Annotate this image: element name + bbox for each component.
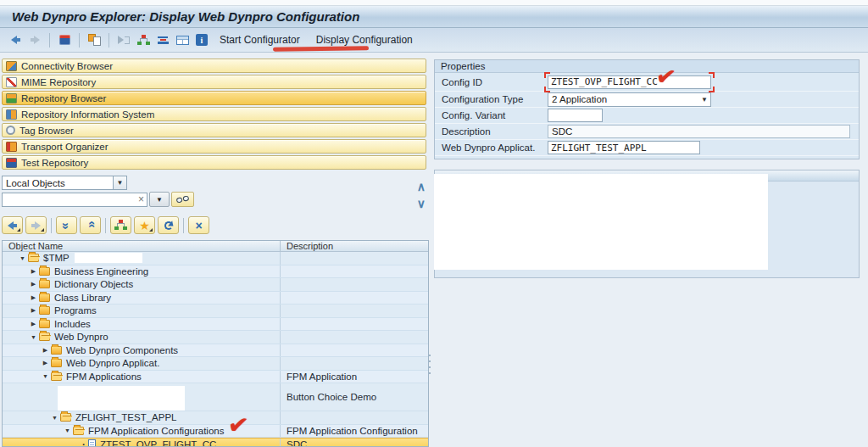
display-object-button[interactable] [171,192,194,207]
tree-row-description: FPM Application [281,371,428,383]
scroll-down-icon[interactable]: ∨ [417,199,426,209]
info-icon[interactable]: i [194,32,209,47]
tree-row-label: Web Dynpro [54,332,108,342]
start-configurator-button[interactable]: Start Configurator [214,32,306,47]
close-icon: × [195,219,202,232]
refresh-button[interactable] [158,216,179,234]
browser-button-connectivity[interactable]: Connectivity Browser [2,59,426,73]
redaction-box [434,174,768,270]
tree-row-selected[interactable]: · ZTEST_OVP_FLIGHT_CC SDC [3,438,428,447]
property-row: Configuration Type 2 Application ▼ [435,92,859,108]
favorites-button[interactable]: ★ [134,216,155,234]
tree-row-redacted[interactable]: Button Choice Demo [3,383,428,411]
tree-row-description [281,265,428,278]
display-levels-icon[interactable] [155,32,170,47]
toolbar-separator [79,33,80,47]
forward-icon[interactable] [27,32,42,47]
column-header-description[interactable]: Description [281,241,428,251]
tree-row[interactable]: ▼ $TMP [3,252,428,265]
expander-open-icon[interactable]: ▼ [63,427,72,433]
property-row: Config ID ✔ [435,73,859,92]
config-id-field[interactable] [548,75,711,89]
tree-back-button[interactable] [2,216,23,234]
web-dynpro-applicat-label: Web Dynpro Applicat. [442,142,548,153]
tree-row[interactable]: ▶ Dictionary Objects [3,278,428,292]
double-chevron-up-icon: » [83,222,97,227]
test-repository-icon [6,158,17,168]
expander-closed-icon[interactable]: ▶ [41,360,50,366]
tree-row[interactable]: ▶ Includes [3,318,428,332]
browser-button-test[interactable]: Test Repository [2,155,426,170]
redaction-box [58,386,185,411]
browser-button-repository[interactable]: Repository Browser [2,91,426,105]
star-icon: ★ [139,220,150,232]
folder-open-icon [73,427,84,435]
expander-closed-icon[interactable]: ▶ [29,321,38,327]
add-hierarchy-button[interactable] [110,216,131,234]
tree-row[interactable]: ▼ ZFLIGHT_TEST_APPL [3,411,428,425]
panel-splitter[interactable] [429,355,431,378]
description-label: Description [442,126,548,137]
expander-open-icon[interactable]: ▼ [41,373,50,379]
input-history-button[interactable]: ▼ [149,192,170,207]
tree-row-label: Programs [54,305,97,316]
web-dynpro-applicat-field[interactable] [548,141,700,154]
tree-row[interactable]: ▶ Class Library [3,292,428,305]
expander-open-icon[interactable]: ▼ [18,255,27,261]
description-field[interactable]: SDC [548,125,850,138]
browser-button-label: Repository Browser [21,93,106,103]
expander-closed-icon[interactable]: ▶ [29,281,38,288]
copy-icon[interactable] [86,32,102,47]
tree-row-label: Dictionary Objects [54,279,133,289]
close-tree-button[interactable]: × [188,216,209,234]
tree-row[interactable]: ▶ Programs [3,305,428,318]
tree-row-description [281,305,428,317]
column-header-object-name[interactable]: Object Name [3,241,281,251]
panel-scrollers: ∧ ∨ [417,182,426,209]
transport-organizer-icon [6,142,17,152]
tree-row[interactable]: ▼ FPM Applications FPM Application [3,371,428,384]
object-category-dropdown[interactable]: Local Objects ▼ [2,176,127,190]
tree-row-label: FPM Applications [66,372,142,382]
combo-arrow-icon[interactable]: ▼ [113,176,126,189]
hierarchy-icon[interactable] [136,32,151,47]
object-name-input[interactable] [3,193,147,206]
folder-open-icon [39,332,50,341]
browser-button-label: Test Repository [21,158,88,168]
expander-open-icon[interactable]: ▼ [50,415,59,421]
folder-icon [51,346,62,355]
config-id-label: Config ID [442,77,548,87]
expander-closed-icon[interactable]: ▶ [29,307,38,314]
other-object-icon[interactable] [57,32,72,47]
collapse-all-button[interactable]: » [80,216,101,234]
config-variant-field[interactable] [548,109,603,122]
tree-row-description [281,292,428,305]
property-row: Web Dynpro Applicat. [435,140,859,156]
expander-closed-icon[interactable]: ▶ [29,294,38,301]
expander-closed-icon[interactable]: ▶ [41,347,50,354]
configuration-type-label: Configuration Type [442,94,548,104]
expander-closed-icon[interactable]: ▶ [29,268,38,275]
tree-row[interactable]: ▼ FPM Application Configurations FPM App… [3,425,428,439]
properties-header: Properties [435,60,859,73]
expand-all-button[interactable]: » [56,216,77,234]
browser-button-tag[interactable]: Tag Browser [2,123,426,137]
tree-forward-button[interactable] [25,216,47,234]
tree-row-label: ZFLIGHT_TEST_APPL [75,412,177,422]
browser-button-transport[interactable]: Transport Organizer [2,139,426,154]
goto-object-icon[interactable] [116,32,131,47]
scroll-up-icon[interactable]: ∧ [417,182,426,192]
tree-row-description [281,411,428,424]
expander-open-icon[interactable]: ▼ [29,334,38,340]
tree-row[interactable]: ▶ Web Dynpro Components [3,344,428,358]
tree-row[interactable]: ▼ Web Dynpro [3,331,428,344]
configuration-type-dropdown[interactable]: 2 Application ▼ [548,92,711,107]
table-view-icon[interactable] [175,32,190,47]
tree-row[interactable]: ▶ Web Dynpro Applicat. [3,357,428,371]
tree-row[interactable]: ▶ Business Engineering [3,265,428,279]
browser-button-mime[interactable]: MIME Repository [2,75,426,89]
tree-row-label: Business Engineering [54,266,148,277]
browser-button-repository-info[interactable]: Repository Information System [2,107,426,121]
clear-input-icon[interactable]: × [138,193,144,206]
back-icon[interactable] [8,32,23,47]
